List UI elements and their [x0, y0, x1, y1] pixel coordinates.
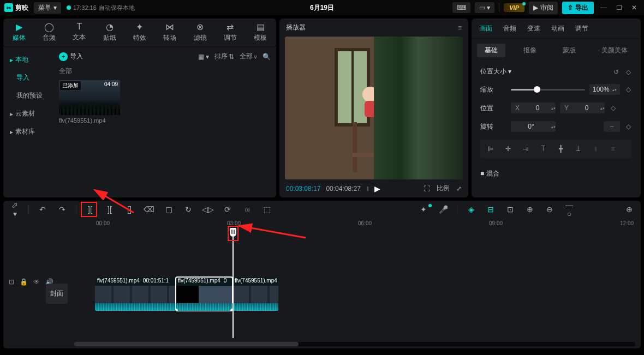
align-dist-v-icon[interactable]: ≡	[606, 143, 620, 155]
tab-effect[interactable]: ✦特效	[129, 22, 150, 43]
tab-sticker[interactable]: ◔贴纸	[99, 22, 120, 43]
tab-filter[interactable]: ⊗滤镜	[190, 22, 210, 43]
clip-2[interactable]: flv(7459551).mp40	[176, 277, 232, 311]
timeline-ruler[interactable]: 00:00 03:00 06:00 09:00 12:00	[74, 218, 641, 229]
tab-transition[interactable]: ⋈转场	[160, 22, 180, 43]
subtab-cutout[interactable]: 抠像	[516, 44, 544, 57]
tool-magic[interactable]: ✦	[418, 205, 430, 214]
play-button[interactable]: ▶	[374, 184, 380, 193]
position-x-input[interactable]: X0▴▾	[511, 103, 556, 113]
tool-reverse[interactable]: ↻	[182, 205, 194, 214]
tab-template[interactable]: ▤模板	[251, 22, 271, 43]
player-viewport[interactable]	[285, 37, 463, 179]
tool-zoom-slider[interactable]: —○	[563, 201, 575, 218]
scale-keyframe[interactable]: ◇	[624, 86, 632, 93]
position-y-input[interactable]: Y0▴▾	[560, 103, 605, 113]
tab-adjust[interactable]: ⇄调节	[220, 22, 240, 43]
sidebar-item-library[interactable]: ▸ 素材库	[3, 123, 53, 141]
timeline-marks-icon[interactable]: ⦀	[366, 185, 369, 192]
position-keyframe[interactable]: ◇	[609, 104, 617, 112]
tool-magnet-on[interactable]: ◈	[465, 205, 477, 214]
sidebar-item-import[interactable]: 导入	[3, 69, 53, 87]
focus-icon[interactable]: ⛶	[424, 185, 430, 192]
tool-rotate[interactable]: ⟳	[222, 205, 234, 214]
insp-tab-audio[interactable]: 音频	[503, 24, 516, 33]
tool-freeze[interactable]: ▢	[163, 205, 175, 214]
export-button[interactable]: ⇧ 导出	[562, 2, 594, 14]
track-target-icon[interactable]: ⊡	[9, 278, 14, 286]
player-menu-icon[interactable]: ≡	[458, 24, 462, 32]
ratio-button[interactable]: 比例	[437, 184, 450, 193]
reset-icon[interactable]: ↺	[613, 68, 619, 76]
track-visible-icon[interactable]: 👁	[33, 278, 40, 286]
align-dist-h-icon[interactable]: ⦀	[588, 143, 603, 155]
search-button[interactable]: 🔍	[263, 52, 271, 61]
align-hcenter-icon[interactable]: ✛	[501, 143, 515, 155]
tool-snap[interactable]: ⊡	[504, 205, 516, 214]
rotate-input[interactable]: 0°▴▾	[511, 121, 556, 132]
tab-text[interactable]: T文本	[69, 22, 90, 43]
rotate-step[interactable]: –	[604, 121, 620, 132]
tool-mic[interactable]: 🎤	[437, 205, 449, 214]
layout-icon[interactable]: ▭ ▾	[475, 2, 494, 13]
tool-preview[interactable]: ⊕	[524, 205, 536, 214]
align-vcenter-icon[interactable]: ╋	[553, 143, 568, 155]
chevron-down-icon: ▾	[53, 4, 57, 11]
minimize-button[interactable]: —	[598, 4, 609, 11]
insp-tab-adjust[interactable]: 调节	[575, 24, 588, 33]
fullscreen-icon[interactable]: ⤢	[456, 185, 462, 192]
tool-split[interactable]: ]​[	[84, 205, 96, 214]
scale-slider[interactable]	[511, 89, 585, 91]
cover-button[interactable]: 封面	[46, 284, 68, 304]
tab-media[interactable]: ▶媒体	[9, 22, 29, 43]
tool-delete[interactable]: ⌫	[143, 205, 155, 214]
tool-trim-right[interactable]: [​]	[123, 205, 135, 214]
clip-1[interactable]: flv(7459551).mp400:01:51:1	[95, 277, 176, 311]
rotate-keyframe[interactable]: ◇	[624, 123, 632, 130]
subtab-basic[interactable]: 基础	[477, 44, 505, 57]
insp-tab-anim[interactable]: 动画	[551, 24, 564, 33]
align-right-icon[interactable]: ⫣	[518, 143, 533, 155]
tool-crop[interactable]: ⟃	[241, 205, 253, 214]
timeline-scrollbar[interactable]	[74, 342, 635, 346]
tab-audio[interactable]: ◯音频	[39, 22, 59, 43]
align-top-icon[interactable]: ⟙	[536, 143, 550, 155]
tool-undo[interactable]: ↶	[37, 205, 49, 214]
tool-smart[interactable]: ⬚	[261, 205, 273, 214]
tool-zoom-fit[interactable]: ⊕	[623, 205, 635, 214]
subtab-beauty[interactable]: 美颜美体	[594, 44, 635, 57]
tracks-area[interactable]: 封面 flv(7459551).mp400:01:51:1 flv(745955…	[74, 229, 641, 338]
sidebar-item-cloud[interactable]: ▸ 云素材	[3, 105, 53, 123]
tool-mirror[interactable]: ◁▷	[202, 205, 214, 214]
clip-3[interactable]: flv(7459551).mp4	[232, 277, 278, 311]
align-bottom-icon[interactable]: ⟘	[571, 143, 585, 155]
tool-link[interactable]: ⊟	[485, 205, 497, 214]
align-left-icon[interactable]: ⊫	[484, 143, 498, 155]
maximize-button[interactable]: ☐	[613, 4, 624, 11]
tool-select[interactable]: ⬀ ▾	[9, 201, 21, 218]
review-button[interactable]: ▶ 审阅	[529, 2, 558, 14]
tool-redo[interactable]: ↷	[56, 205, 68, 214]
tool-zoom-out[interactable]: ⊖	[544, 205, 556, 214]
sidebar-item-preset[interactable]: 我的预设	[3, 87, 53, 105]
category-all[interactable]: 全部	[59, 67, 271, 76]
scale-input[interactable]: 100%▴▾	[589, 84, 620, 95]
vip-badge[interactable]: VIP	[504, 3, 524, 12]
playhead-handle[interactable]	[230, 228, 236, 237]
view-mode-button[interactable]: ▦ ▾	[198, 52, 209, 61]
subtab-mask[interactable]: 蒙版	[555, 44, 583, 57]
media-thumb[interactable]: 已添加 04:09 flv(7459551).mp4	[59, 80, 120, 124]
insp-tab-speed[interactable]: 变速	[527, 24, 540, 33]
close-button[interactable]: ✕	[629, 4, 640, 11]
keyboard-icon[interactable]: ⌨	[452, 2, 470, 13]
sort-button[interactable]: 排序 ⇅	[214, 52, 234, 61]
sidebar-item-local[interactable]: ▸ 本地	[3, 51, 53, 69]
keyframe-icon[interactable]: ◇	[624, 68, 632, 76]
playhead[interactable]	[232, 229, 234, 338]
insp-tab-video[interactable]: 画面	[479, 24, 492, 33]
tool-trim-left[interactable]: ]​[	[104, 205, 116, 214]
menu-button[interactable]: 菜单 ▾	[34, 2, 61, 14]
track-lock-icon[interactable]: 🔒	[20, 278, 28, 286]
filter-button[interactable]: 全部 ▿	[240, 52, 257, 61]
import-button[interactable]: + 导入	[59, 52, 83, 61]
